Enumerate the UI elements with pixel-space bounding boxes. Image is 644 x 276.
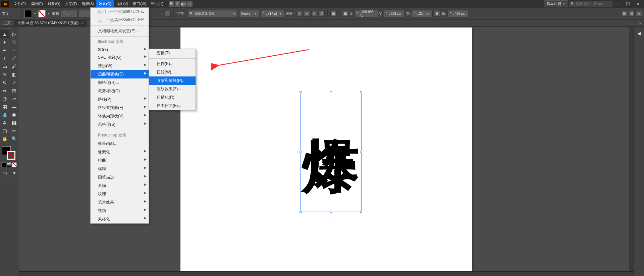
screen-mode-normal[interactable]: ▭: [0, 169, 9, 177]
zoom-tool[interactable]: 🔍: [9, 135, 19, 143]
link-wh-icon[interactable]: ⇵: [434, 11, 440, 17]
hand-tool[interactable]: ✋: [0, 135, 9, 143]
menu-last-effect[interactable]: 上一个效果Alt+Shift+Ctrl+E: [91, 16, 149, 24]
transform-ref-icon[interactable]: ▦: [342, 11, 348, 17]
stroke-swatch[interactable]: [38, 10, 46, 17]
width-tool[interactable]: ⇔: [0, 87, 9, 95]
direct-selection-tool[interactable]: ▷: [9, 30, 19, 38]
menu-convert-shape[interactable]: 转换为形状(V)▶: [91, 112, 149, 120]
menu-doc-raster-settings[interactable]: 文档栅格效果设置(E)...: [91, 27, 149, 35]
fill-stroke-indicator[interactable]: [0, 145, 19, 162]
menu-window[interactable]: 窗口(W): [130, 0, 149, 7]
document-tab-close[interactable]: ×: [81, 21, 83, 25]
align-icon[interactable]: ⬚: [165, 11, 171, 17]
menu-blur[interactable]: 模糊▶: [91, 165, 149, 173]
menu-effect-gallery[interactable]: 效果画廊...: [91, 140, 149, 148]
handle-bot-left[interactable]: [300, 211, 302, 213]
menu-sketch[interactable]: 素描▶: [91, 181, 149, 190]
menu-help[interactable]: 帮助(H): [149, 0, 166, 7]
artboard-tool[interactable]: ▢: [0, 127, 9, 135]
font-family-input[interactable]: 🔍 思源黑体 CN▾: [187, 10, 238, 17]
perspective-tool[interactable]: ▱: [9, 95, 19, 103]
fill-swatch[interactable]: [24, 10, 32, 17]
submenu-pucker-bloat[interactable]: 收缩和膨胀(P)...: [149, 76, 196, 85]
window-close[interactable]: ✕: [633, 1, 643, 6]
menu-distort-ps[interactable]: 扭曲▶: [91, 156, 149, 165]
menu-edit[interactable]: 编辑(E): [28, 0, 45, 7]
handle-top-left[interactable]: [300, 91, 302, 93]
blend-tool[interactable]: ◉: [9, 111, 19, 119]
handle-center-bottom[interactable]: [330, 215, 332, 217]
home-tab[interactable]: 主页: [0, 20, 14, 26]
handle-mid-right[interactable]: [360, 151, 362, 153]
font-size-input[interactable]: ⌃⌄ 214 pt▾: [261, 10, 284, 17]
scale-tool[interactable]: ⤢: [9, 78, 19, 87]
color-mode-none[interactable]: [12, 162, 17, 167]
eraser-tool[interactable]: ◧: [9, 70, 19, 78]
window-maximize[interactable]: ☐: [623, 1, 633, 6]
menu-video[interactable]: 视频▶: [91, 207, 149, 215]
y-input[interactable]: ⌃⌄ 501 px: [384, 10, 405, 17]
stroke-weight-input[interactable]: ⌃⌄: [61, 10, 77, 17]
gradient-tool[interactable]: ▬: [9, 103, 19, 111]
menu-texture[interactable]: 纹理▶: [91, 190, 149, 198]
menu-file[interactable]: 文件(F): [11, 0, 28, 7]
h-input[interactable]: ⌃⌄ 428 px: [447, 10, 468, 17]
window-minimize[interactable]: —: [613, 1, 623, 6]
handle-bot-mid[interactable]: [330, 211, 332, 213]
font-weight-input[interactable]: Heavy▾: [239, 10, 259, 17]
align-right-icon[interactable]: ≡: [311, 11, 317, 17]
graph-tool[interactable]: ▮▮: [9, 119, 19, 127]
eyedropper-tool[interactable]: 💧: [0, 111, 9, 119]
edit-toolbar[interactable]: ⋯: [0, 177, 19, 185]
scrollbar-vertical[interactable]: [629, 27, 634, 271]
shaper-tool[interactable]: ✎: [0, 70, 9, 78]
magic-wand-tool[interactable]: ✦: [0, 38, 9, 46]
symbol-sprayer-tool[interactable]: ✲: [0, 119, 9, 127]
submenu-zigzag[interactable]: 波纹效果(Z)...: [149, 85, 196, 93]
handle-top-right[interactable]: [360, 91, 362, 93]
artboard[interactable]: 爆炸: [180, 27, 472, 276]
selection-tool[interactable]: ▲: [0, 30, 9, 38]
x-input[interactable]: ⌃⌄ 498.998 p: [355, 10, 378, 17]
search-stock-input[interactable]: 🔍 搜索 Adobe Stock: [569, 1, 612, 7]
make-envelope-icon[interactable]: ☊: [319, 11, 325, 17]
align-center-icon[interactable]: ≡: [304, 11, 310, 17]
color-mode-solid[interactable]: [1, 162, 6, 167]
workspace-switcher[interactable]: 基本功能 ▾: [544, 0, 568, 7]
menu-path[interactable]: 路径(P)▶: [91, 95, 149, 104]
tabstrip-close[interactable]: ×: [637, 20, 644, 26]
menu-type[interactable]: 文字(T): [63, 0, 79, 7]
align-panel-icon[interactable]: ▦: [330, 11, 336, 17]
pref-icon[interactable]: ⊞: [621, 11, 627, 17]
menu-rasterize[interactable]: 栅格化(R)...: [91, 78, 149, 87]
menu-warp[interactable]: 变形(W)▶: [91, 62, 149, 70]
lasso-tool[interactable]: ➰: [9, 38, 19, 46]
mesh-tool[interactable]: ▦: [0, 103, 9, 111]
color-mode-gradient[interactable]: [7, 162, 11, 167]
gpu-icon[interactable]: ✈: [187, 1, 193, 7]
toolbox-grip[interactable]: ┄┄: [0, 27, 19, 30]
submenu-free-distort[interactable]: 自由扭曲(F)...: [149, 102, 196, 110]
arrange-docs-icon[interactable]: ▦▾: [181, 1, 187, 7]
shape-builder-tool[interactable]: ◔: [0, 95, 9, 103]
rectangle-tool[interactable]: ▭: [0, 62, 9, 70]
menu-stylize-ps[interactable]: 风格化▶: [91, 215, 149, 223]
type-tool[interactable]: T: [0, 54, 9, 62]
w-input[interactable]: ⌃⌄ 214 px: [412, 10, 433, 17]
handle-mid-left[interactable]: [300, 151, 302, 153]
menu-effect[interactable]: 效果(C): [96, 0, 113, 7]
menu-svg-filters[interactable]: SVG 滤镜(G)▶: [91, 53, 149, 62]
curvature-tool[interactable]: 〰: [9, 46, 19, 54]
menu-select[interactable]: 选择(S): [79, 0, 97, 7]
selection-bounds[interactable]: [300, 92, 362, 212]
menu-apply-last-effect[interactable]: 应用上一个效果Shift+Ctrl+E: [91, 8, 149, 16]
menu-3d[interactable]: 3D(3)▶: [91, 46, 149, 53]
menu-pixelate[interactable]: 像素化▶: [91, 148, 149, 156]
free-transform-tool[interactable]: ⊞: [9, 87, 19, 95]
pen-tool[interactable]: ✒: [0, 46, 9, 54]
snap-icon[interactable]: ⊟: [629, 11, 635, 17]
dock-expand-icon[interactable]: ◀: [634, 29, 644, 38]
menu-stylize-ai[interactable]: 风格化(S)▶: [91, 120, 149, 129]
stock-icon[interactable]: St: [175, 1, 181, 7]
